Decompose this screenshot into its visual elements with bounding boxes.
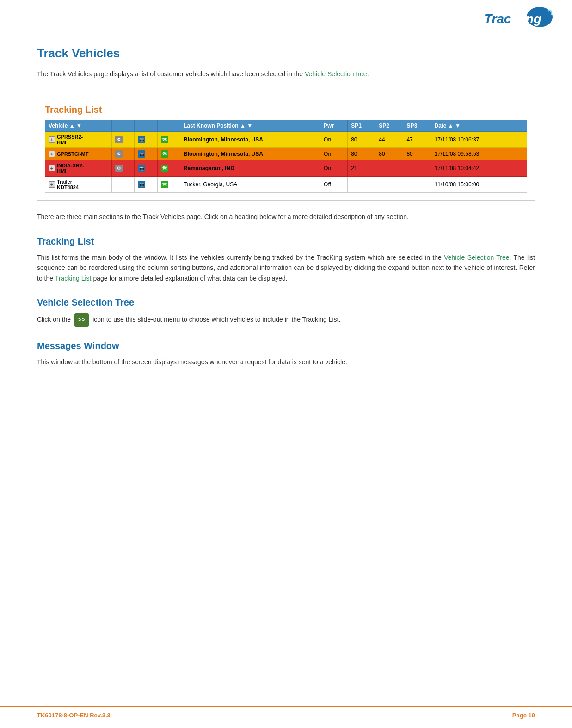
icon-gear-cell[interactable]: ⚙ <box>111 160 134 177</box>
sp1-cell: 21 <box>348 160 375 177</box>
table-row: + GPRSTCI-MT ⚙ 📷 🗺 Bloomington, Minnesot… <box>45 148 527 160</box>
icon-map-cell[interactable]: 🗺 <box>157 160 180 177</box>
th-icon1 <box>111 120 134 132</box>
logo: Trac King <box>480 7 554 34</box>
vehicle-name: + TrailerKDT4824 <box>45 177 112 193</box>
messages-window-heading[interactable]: Messages Window <box>37 341 535 351</box>
th-sp1[interactable]: SP1 <box>348 120 375 132</box>
icon-map-cell[interactable]: 🗺 <box>157 148 180 160</box>
location-cell: Bloomington, Minnesota, USA <box>180 132 320 148</box>
th-sp3[interactable]: SP3 <box>403 120 431 132</box>
icon-img-cell[interactable]: 📷 <box>135 177 157 193</box>
page-footer: TK60178-8-OP-EN Rev.3.3 Page 19 <box>0 706 572 719</box>
expand-icon[interactable]: + <box>49 151 55 157</box>
sp3-cell: 47 <box>403 132 431 148</box>
page-title: Track Vehicles <box>37 46 535 61</box>
sp1-cell: 80 <box>348 132 375 148</box>
sp3-cell: 80 <box>403 148 431 160</box>
sp3-cell <box>403 160 431 177</box>
tracking-list-desc: This list forms the main body of the win… <box>37 252 535 283</box>
pwr-cell: On <box>320 148 348 160</box>
messages-window-desc: This window at the bottom of the screen … <box>37 357 535 367</box>
date-cell: 17/11/08 10:04:42 <box>431 160 527 177</box>
location-cell: Tucker, Georgia, USA <box>180 177 320 193</box>
intro-paragraph: The Track Vehicles page displays a list … <box>37 69 535 79</box>
camera-icon[interactable]: 📷 <box>138 165 145 172</box>
icon-map-cell[interactable]: 🗺 <box>157 177 180 193</box>
expand-icon[interactable]: + <box>49 136 55 143</box>
vehicle-selection-tree-desc: Click on the >> icon to use this slide-o… <box>37 313 535 327</box>
sp1-cell: 80 <box>348 148 375 160</box>
camera-icon[interactable]: 📷 <box>138 150 145 158</box>
footer-right: Page 19 <box>512 712 535 719</box>
vehicle-selection-tree-heading[interactable]: Vehicle Selection Tree <box>37 297 535 308</box>
footer-left: TK60178-8-OP-EN Rev.3.3 <box>37 712 111 719</box>
tracking-list-link[interactable]: Tracking List <box>55 275 92 282</box>
expand-icon[interactable]: + <box>49 181 55 188</box>
pwr-cell: On <box>320 132 348 148</box>
sp2-cell: 80 <box>375 148 403 160</box>
vehicle-name: + INDIA-SR2-HMI <box>45 160 112 177</box>
location-cell: Bloomington, Minnesota, USA <box>180 148 320 160</box>
table-row: + TrailerKDT4824 📷 🗺 Tucker, Georgia, US… <box>45 177 527 193</box>
camera-icon[interactable]: 📷 <box>138 181 145 188</box>
pwr-cell: On <box>320 160 348 177</box>
location-cell: Ramanagaram, IND <box>180 160 320 177</box>
sp3-cell <box>403 177 431 193</box>
vehicle-selection-tree-link[interactable]: Vehicle Selection tree <box>305 70 367 78</box>
th-pwr[interactable]: Pwr <box>320 120 348 132</box>
th-date[interactable]: Date ▲ ▼ <box>431 120 527 132</box>
sp2-cell <box>375 177 403 193</box>
th-icon2 <box>135 120 157 132</box>
vehicle-selection-tree-link2[interactable]: Vehicle Selection Tree <box>444 254 509 261</box>
date-cell: 17/11/08 09:58:53 <box>431 148 527 160</box>
icon-gear-cell[interactable]: ⚙ <box>111 132 134 148</box>
section-desc-paragraph: There are three main sections to the Tra… <box>37 212 535 222</box>
icon-gear-cell <box>111 177 134 193</box>
vehicle-name: + GPRSSR2-HMI <box>45 132 112 148</box>
icon-map-cell[interactable]: 🗺 <box>157 132 180 148</box>
svg-text:King: King <box>513 12 541 26</box>
th-vehicle[interactable]: Vehicle ▲ ▼ <box>45 120 112 132</box>
th-location[interactable]: Last Known Position ▲ ▼ <box>180 120 320 132</box>
tracking-list-heading[interactable]: Tracking List <box>37 236 535 247</box>
map-icon[interactable]: 🗺 <box>161 136 168 143</box>
date-cell: 11/10/08 15:06:00 <box>431 177 527 193</box>
th-sp2[interactable]: SP2 <box>375 120 403 132</box>
camera-icon[interactable]: 📷 <box>138 136 145 143</box>
table-row: + INDIA-SR2-HMI ⚙ 📷 🗺 Ramanagaram, IND O… <box>45 160 527 177</box>
screenshot-box: Tracking List Vehicle ▲ ▼ Last Known Pos… <box>37 97 535 201</box>
icon-img-cell[interactable]: 📷 <box>135 160 157 177</box>
gear-icon[interactable]: ⚙ <box>115 165 123 172</box>
tracking-list-title: Tracking List <box>45 104 527 115</box>
map-icon[interactable]: 🗺 <box>161 150 168 158</box>
table-row: + GPRSSR2-HMI ⚙ 📷 🗺 Bloomington, Minneso… <box>45 132 527 148</box>
arrow-icon[interactable]: >> <box>74 313 89 327</box>
icon-img-cell[interactable]: 📷 <box>135 148 157 160</box>
pwr-cell: Off <box>320 177 348 193</box>
vehicle-name: + GPRSTCI-MT <box>45 148 112 160</box>
icon-gear-cell[interactable]: ⚙ <box>111 148 134 160</box>
th-icon3 <box>157 120 180 132</box>
gear-icon[interactable]: ⚙ <box>115 150 123 158</box>
map-icon[interactable]: 🗺 <box>161 181 168 188</box>
tracking-table: Vehicle ▲ ▼ Last Known Position ▲ ▼ Pwr … <box>45 120 527 193</box>
icon-img-cell[interactable]: 📷 <box>135 132 157 148</box>
map-icon[interactable]: 🗺 <box>161 165 168 172</box>
sp1-cell <box>348 177 375 193</box>
gear-icon[interactable]: ⚙ <box>115 136 123 143</box>
sp2-cell: 44 <box>375 132 403 148</box>
sp2-cell <box>375 160 403 177</box>
expand-icon[interactable]: + <box>49 165 55 171</box>
date-cell: 17/11/08 10:06:37 <box>431 132 527 148</box>
svg-text:Trac: Trac <box>484 12 511 26</box>
